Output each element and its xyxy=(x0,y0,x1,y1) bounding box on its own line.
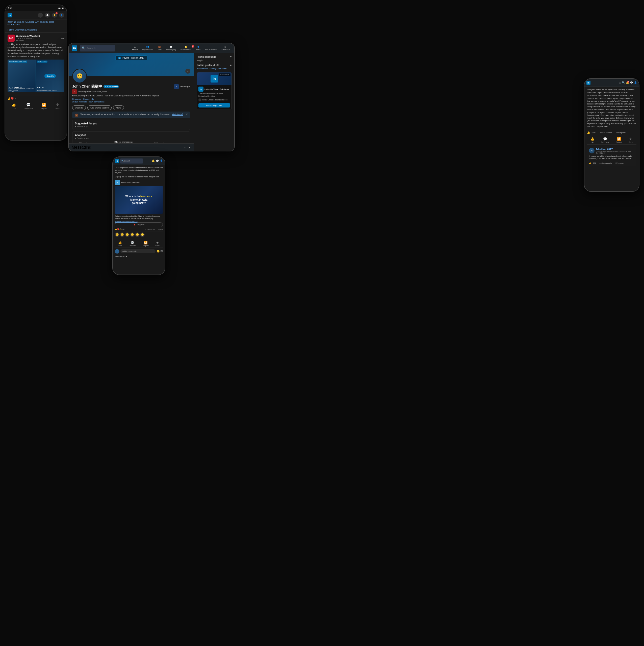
post-cta-link[interactable]: www.willistowerswatson.com xyxy=(115,221,163,222)
nav-advertise-tablet[interactable]: ⊞ Advertise xyxy=(220,46,231,51)
promo-close-button[interactable]: ✕ xyxy=(186,113,188,116)
more-dots[interactable]: ··· xyxy=(61,36,64,40)
contact-info-link[interactable]: Contact info xyxy=(83,98,94,100)
nav-jobs-tablet[interactable]: 💼 Jobs xyxy=(156,46,163,51)
profile-location: Singapore · Contact info xyxy=(72,98,190,100)
like-action-right[interactable]: 👍 Like xyxy=(590,137,594,143)
nav-forbusiness-tablet[interactable]: ⋯ For Business xyxy=(203,46,218,51)
repost-icon-right: 🔁 xyxy=(617,137,621,141)
send-label-right: Send xyxy=(629,141,633,143)
comment-input[interactable]: Add a comment... xyxy=(120,249,156,253)
comment-action-right[interactable]: 💬 Comment xyxy=(601,137,610,143)
likes-icon-right: 👍 xyxy=(587,131,590,134)
post-impressions-value: 495 xyxy=(114,141,117,143)
send-action[interactable]: ✈ Send xyxy=(55,103,60,110)
status-bar-left: 9:41 ●●● ■ xyxy=(5,5,67,11)
insurance-image: Where is theInsurance Market in Asia goi… xyxy=(115,186,163,214)
search-bar-tablet[interactable]: 🔍 Search xyxy=(80,45,115,51)
promo-icon: 💼 xyxy=(75,113,79,117)
messaging-options-icon[interactable]: ··· xyxy=(184,145,186,149)
finish-job-post-button[interactable]: Finish my job post xyxy=(198,103,230,107)
send-action-right[interactable]: ✈ Send xyxy=(629,137,633,143)
like-action-bottom[interactable]: 👍 Like xyxy=(118,241,122,246)
comments-count-right: 122 comments xyxy=(600,131,612,134)
comment-stats-sep2: · xyxy=(614,162,614,164)
comment-toolbar-icons: 😊 🖼 xyxy=(157,250,163,252)
verify-label: ✓ Verify now xyxy=(107,86,118,88)
tablet-body: in Power Profiles 2017 😊 ✏ John Chen 陈敬中… xyxy=(69,53,234,151)
add-profile-section-button[interactable]: Add profile section xyxy=(87,105,112,110)
messaging-expand-icon[interactable]: ▲ xyxy=(188,145,191,149)
nav-messaging-tablet[interactable]: 💬 Messaging xyxy=(165,46,177,51)
company-header: C&W Cushman & Wakefield 1,358,607 follow… xyxy=(8,34,64,42)
repost-action-bottom[interactable]: 🔁 Repost xyxy=(143,241,149,246)
public-profile-label: Public profile & URL xyxy=(197,64,221,67)
nav-msg-bottom[interactable]: 💬 xyxy=(156,159,159,162)
insurance-line3: Market in Asia xyxy=(130,198,147,201)
nav-notif-right[interactable]: 🔔4 xyxy=(626,81,629,84)
profile-stats[interactable]: 30,120 followers · 500+ connections xyxy=(72,101,190,103)
nav-home-tablet[interactable]: ⌂ Home xyxy=(131,46,139,51)
signup-button[interactable]: Sign Up xyxy=(44,74,56,78)
comment-action[interactable]: 💬 Comment xyxy=(24,103,33,110)
repost-action-right[interactable]: 🔁 Repost xyxy=(616,137,622,143)
repost-icon: 🔁 xyxy=(42,103,46,107)
nav-icons-right: ⌂ 🔍 🔔4 💬 👤 xyxy=(619,81,637,84)
reaction-emojis-display: 👍❤️🙌 xyxy=(115,228,122,230)
media-icon-comment[interactable]: 🖼 xyxy=(160,250,163,252)
register-button[interactable]: 🔖 Register xyxy=(115,222,163,227)
nav-home-right[interactable]: ⌂ xyxy=(619,81,621,84)
like-action[interactable]: 👍 Like xyxy=(12,103,16,110)
right-post-text: Everyone thinks it was by chance. But th… xyxy=(587,88,636,128)
profile-language-edit[interactable]: ✏ xyxy=(230,56,232,58)
nav-network-tablet[interactable]: 👥 My Network xyxy=(141,46,154,51)
nav-profile-right[interactable]: 👤 xyxy=(634,81,637,84)
send-action-bottom[interactable]: ✈ Send xyxy=(155,241,159,246)
linkedin-header-left: in ⌂ 💬 🔔4 👤 xyxy=(5,11,67,19)
bottom-actions-left: 👍 Like 💬 Comment 🔁 Repost ✈ Send xyxy=(5,101,67,111)
comment-box: Add a comment... 😊 🖼 xyxy=(115,247,163,255)
send-icon: ✈ xyxy=(56,103,59,107)
comment-icon-bottom: 💬 xyxy=(130,241,134,244)
nav-msg[interactable]: 💬 xyxy=(45,13,50,18)
promo-get-started-link[interactable]: Get started xyxy=(172,113,183,116)
company-meta: 1,358,607 followers xyxy=(16,37,60,39)
nav-notif-bottom[interactable]: 🔔 xyxy=(152,159,155,162)
profile-edit-button[interactable]: ✏ xyxy=(185,69,190,74)
comment-likes-icon: 👍 xyxy=(589,162,591,164)
insurance-highlight: Insurance xyxy=(141,195,152,198)
nav-msg-right[interactable]: 💬 xyxy=(630,81,633,84)
nav-notif[interactable]: 🔔4 xyxy=(52,13,57,18)
commenter-row: JC John Chen 陈敬中 Empowering Brands to Un… xyxy=(589,147,634,154)
commenter-avatar-right: JC xyxy=(589,148,594,153)
nav-home[interactable]: ⌂ xyxy=(38,13,43,18)
linkedin-logo-badge: in xyxy=(118,57,121,59)
promoted-card: Promoted ✕ in in LinkedIn Talent Solutio… xyxy=(197,72,232,109)
nav-search-right[interactable]: 🔍 xyxy=(622,81,625,84)
emoji-icon-comment[interactable]: 😊 xyxy=(157,250,160,252)
company-name: Cushman & Wakefield xyxy=(16,35,60,37)
nav-me-tablet[interactable]: 👤 Me ▾ xyxy=(195,46,202,51)
search-bar-bottom[interactable]: 🔍 Search xyxy=(120,158,143,164)
comment-likes-count: 491 xyxy=(593,162,596,164)
open-to-button[interactable]: Open to xyxy=(72,105,86,110)
more-button[interactable]: More xyxy=(113,105,124,110)
profile-url[interactable]: www.linkedin.com/in/jn-john-chen xyxy=(197,68,232,70)
profile-avatar: 😊 xyxy=(72,69,87,83)
like-label-bottom: Like xyxy=(118,245,122,246)
sort-control[interactable]: Most relevant ▾ xyxy=(115,255,163,258)
phone-bottom-header: in 🔍 Search 🔔 💬 👤 xyxy=(113,157,165,165)
verify-badge[interactable]: ✓ ✓ Verify now xyxy=(103,85,119,88)
nav-profile-bottom[interactable]: 👤 xyxy=(160,159,163,162)
insurance-title: Where is theInsurance Market in Asia goi… xyxy=(125,195,153,205)
comment-action-bottom[interactable]: 💬 Comment xyxy=(129,241,136,246)
campus-sub-1: Green Mark Platinum Super-low energy uni… xyxy=(9,88,35,91)
public-profile-edit[interactable]: ✏ xyxy=(230,64,232,67)
follow-link[interactable]: Follow Cushman & Wakefield xyxy=(8,28,37,31)
profile-name-area: John Chen 陈敬中 ✓ ✓ Verify now S ScoolSigh… xyxy=(69,83,194,104)
commenter-name: John Chen 陈敬中 xyxy=(596,147,632,150)
like-label-right: Like xyxy=(590,141,594,143)
nav-notifications-tablet[interactable]: 🔔 4 Notifications xyxy=(179,46,193,51)
nav-profile[interactable]: 👤 xyxy=(59,13,64,18)
repost-action[interactable]: 🔁 Repost xyxy=(41,103,47,110)
